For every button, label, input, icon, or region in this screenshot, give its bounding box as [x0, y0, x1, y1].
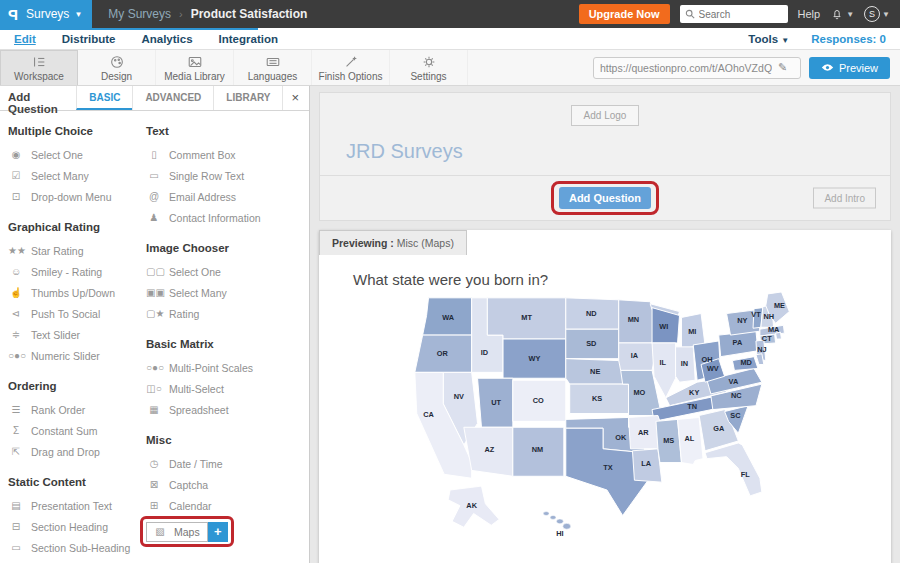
finish-options-icon: [343, 54, 359, 70]
panel-item-label: Calendar: [169, 500, 212, 512]
panel-item-constant-sum[interactable]: ΣConstant Sum: [8, 420, 146, 441]
panel-item-select-one[interactable]: ▢▢Select One: [146, 261, 304, 282]
panel-item-label: Drop-down Menu: [31, 191, 112, 203]
section-heading: Multiple Choice: [8, 125, 146, 137]
panel-item-select-many[interactable]: ▣▣Select Many: [146, 282, 304, 303]
panel-item-maps[interactable]: ▧Maps: [146, 522, 208, 542]
panel-item-thumbs-up-down[interactable]: ☝Thumbs Up/Down: [8, 282, 146, 303]
toolbar-workspace[interactable]: Workspace: [0, 50, 78, 85]
nav-item-analytics[interactable]: Analytics: [141, 30, 192, 48]
toolbar-finish-options[interactable]: Finish Options: [312, 50, 390, 85]
survey-url-input[interactable]: [600, 62, 772, 74]
map-state-hi-island[interactable]: [556, 519, 563, 524]
survey-title[interactable]: JRD Surveys: [320, 126, 890, 175]
panel-item-label: Multi-Point Scales: [169, 362, 253, 374]
panel-item-drag-and-drop[interactable]: ⇱Drag and Drop: [8, 441, 146, 462]
map-state-FL[interactable]: [705, 443, 762, 496]
panel-item-rating[interactable]: ▢★Rating: [146, 303, 304, 324]
nav-accent-line: [0, 28, 258, 30]
brand-block[interactable]: P Surveys ▼: [0, 0, 92, 28]
search-input[interactable]: [699, 9, 779, 20]
panel-item-numeric-slider[interactable]: ○●○Numeric Slider: [8, 345, 146, 366]
panel-item-email-address[interactable]: @Email Address: [146, 186, 304, 207]
panel-item-presentation-text[interactable]: ▤Presentation Text: [8, 495, 146, 516]
toolbar-media-library[interactable]: Media Library: [156, 50, 234, 85]
toolbar-button-label: Design: [101, 71, 132, 82]
tools-menu[interactable]: Tools ▼: [748, 33, 789, 45]
previewing-label-rest: Misc (Maps): [394, 237, 454, 249]
map-state-unlabeled[interactable]: [756, 354, 764, 365]
panel-item-select-many[interactable]: ☑Select Many: [8, 165, 146, 186]
map-state-label-vt: VT: [751, 310, 761, 319]
account-menu[interactable]: S ▼: [864, 6, 890, 22]
panel-item-push-to-social[interactable]: ⊲Push To Social: [8, 303, 146, 324]
panel-item-label: Select Many: [169, 287, 227, 299]
add-logo-button[interactable]: Add Logo: [571, 105, 640, 126]
panel-item-star-rating[interactable]: ★★Star Rating: [8, 240, 146, 261]
nav-item-edit[interactable]: Edit: [14, 30, 36, 48]
panel-item-smiley-rating[interactable]: ☺Smiley - Rating: [8, 261, 146, 282]
panel-item-label: Drag and Drop: [31, 446, 100, 458]
notifications-menu[interactable]: ▼: [830, 7, 854, 21]
breadcrumb-my-surveys[interactable]: My Surveys: [108, 7, 171, 21]
panel-item-comment-box[interactable]: ▯Comment Box: [146, 144, 304, 165]
preview-button[interactable]: Preview: [809, 57, 890, 79]
workspace-icon: [31, 54, 47, 70]
survey-header-card: Add Logo JRD Surveys Add Question Add In…: [319, 92, 891, 221]
responses-link[interactable]: Responses: 0: [811, 33, 886, 45]
panel-item-section-sub-heading[interactable]: ▭Section Sub-Heading: [8, 537, 146, 558]
toolbar-design[interactable]: Design: [78, 50, 156, 85]
bell-icon: [830, 7, 844, 21]
eye-icon: [821, 63, 834, 72]
map-state-label-wy: WY: [528, 354, 540, 363]
sigma-icon: Σ: [8, 425, 24, 436]
multi-select-icon: ◫○: [146, 383, 162, 394]
us-choropleth-map[interactable]: WAORIDMTWYNVCAUTCOAZNMNDSDNEKSOKTXMNIAMO…: [399, 290, 811, 540]
edit-url-icon[interactable]: ✎: [778, 61, 787, 74]
panel-item-captcha[interactable]: ⊠Captcha: [146, 474, 304, 495]
panel-item-select-one[interactable]: ◉Select One: [8, 144, 146, 165]
toolbar-languages[interactable]: Languages: [234, 50, 312, 85]
checkbox-list-icon: ☑: [8, 170, 24, 181]
date-time-icon: ◷: [146, 458, 162, 469]
panel-item-label: Push To Social: [31, 308, 100, 320]
map-state-label-ak: AK: [466, 501, 477, 510]
nav-item-integration[interactable]: Integration: [219, 30, 278, 48]
section-subheading-icon: ▭: [8, 542, 24, 553]
panel-item-calendar[interactable]: ⊞Calendar: [146, 495, 304, 516]
panel-item-single-row-text[interactable]: ▭Single Row Text: [146, 165, 304, 186]
app-switcher-surveys[interactable]: Surveys ▼: [26, 7, 82, 21]
close-icon[interactable]: ×: [282, 86, 309, 110]
panel-item-spreadsheet[interactable]: ▦Spreadsheet: [146, 399, 304, 420]
help-link[interactable]: Help: [798, 8, 821, 20]
add-intro-button[interactable]: Add Intro: [813, 188, 876, 209]
panel-item-text-slider[interactable]: ≑Text Slider: [8, 324, 146, 345]
panel-tab-advanced[interactable]: ADVANCED: [132, 86, 213, 110]
toolbar-settings[interactable]: Settings: [390, 50, 468, 85]
media-library-icon: [187, 54, 203, 70]
panel-item-label: Star Rating: [31, 245, 84, 257]
panel-item-multi-point-scales[interactable]: ○●○Multi-Point Scales: [146, 357, 304, 378]
previewing-label-bold: Previewing :: [332, 237, 394, 249]
multi-point-icon: ○●○: [146, 362, 162, 373]
panel-item-rank-order[interactable]: ☰Rank Order: [8, 399, 146, 420]
panel-tab-library[interactable]: LIBRARY: [213, 86, 282, 110]
panel-item-drop-down-menu[interactable]: ⊡Drop-down Menu: [8, 186, 146, 207]
map-state-hi-island[interactable]: [550, 515, 556, 519]
panel-item-section-heading[interactable]: ⊟Section Heading: [8, 516, 146, 537]
panel-item-date-time[interactable]: ◷Date / Time: [146, 453, 304, 474]
add-question-button[interactable]: Add Question: [559, 187, 651, 209]
survey-url-box[interactable]: ✎: [593, 57, 801, 79]
panel-item-contact-information[interactable]: ♟Contact Information: [146, 207, 304, 228]
panel-item-multi-select[interactable]: ◫○Multi-Select: [146, 378, 304, 399]
search-box[interactable]: [680, 5, 788, 23]
map-state-hi-island[interactable]: [543, 512, 549, 516]
survey-canvas: Add Logo JRD Surveys Add Question Add In…: [310, 86, 900, 563]
panel-tab-basic[interactable]: BASIC: [76, 86, 132, 110]
map-state-label-mi: MI: [688, 327, 696, 336]
add-maps-question-button[interactable]: +: [208, 522, 228, 542]
nav-item-distribute[interactable]: Distribute: [62, 30, 116, 48]
app-switcher-label: Surveys: [26, 7, 69, 21]
map-state-hi-island[interactable]: [563, 523, 571, 529]
upgrade-now-button[interactable]: Upgrade Now: [579, 4, 670, 24]
